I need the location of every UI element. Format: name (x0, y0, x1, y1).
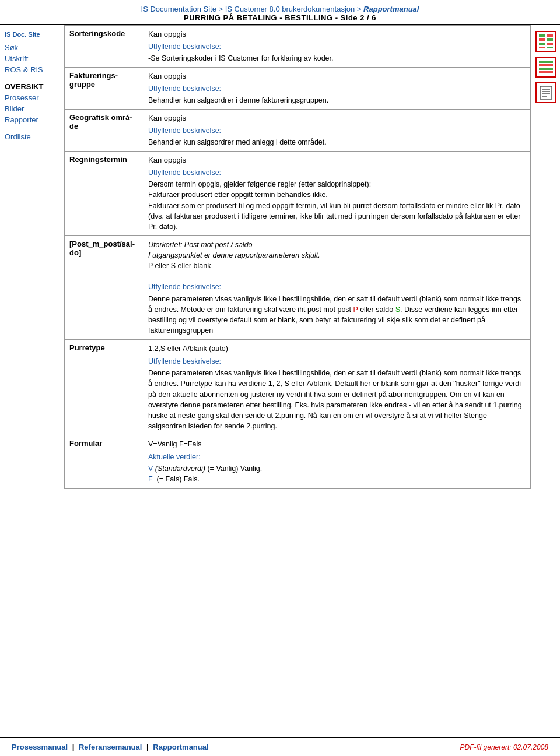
sidebar-item-sok[interactable]: Søk (5, 43, 59, 52)
formular-f: F (= Fals) Fals. (148, 474, 526, 484)
icon-box-2[interactable] (536, 57, 556, 78)
sidebar-item-oversikt[interactable]: OVERSIKT (5, 82, 59, 92)
description-text: Behandler kun salgsordrer i denne faktur… (148, 95, 526, 106)
svg-rect-6 (539, 47, 545, 48)
sidebar: IS Doc. Site Søk Utskrift ROS & RIS OVER… (0, 25, 64, 734)
highlight-s: S (396, 305, 400, 314)
page-header: IS Documentation Site > IS Customer 8.0 … (0, 0, 560, 25)
doc-table: Sorteringskode Kan oppgis Utfyllende bes… (64, 25, 531, 489)
sidebar-item-prosesser[interactable]: Prosesser (5, 93, 59, 103)
footer-separator-2: | (146, 743, 150, 751)
value-post-m-post: Uforkortet: Post mot post / saldo I utga… (144, 235, 531, 339)
f-letter: F (148, 475, 153, 483)
footer-link-rapportmanual[interactable]: Rapportmanual (153, 743, 208, 751)
footer-date: PDF-fil generert: 02.07.2008 (460, 743, 548, 751)
utfyllende-label: Utfyllende beskrivelse: (148, 282, 526, 292)
label-faktureringsgruppe: Fakturerings-gruppe (65, 68, 144, 110)
svg-rect-10 (539, 68, 553, 70)
label-post-m-post: [Post_m_post/sal-do] (65, 235, 144, 339)
table-row: Regningstermin Kan oppgis Utfyllende bes… (65, 152, 531, 236)
svg-rect-1 (547, 34, 553, 37)
sidebar-item-utskrift[interactable]: Utskrift (5, 54, 59, 64)
value-purretype: 1,2,S eller A/blank (auto) Utfyllende be… (144, 340, 531, 435)
label-formular: Formular (65, 435, 144, 489)
label-regningstermin: Regningstermin (65, 152, 144, 236)
description-text: Denne parameteren vises vanligvis ikke i… (148, 294, 526, 336)
svg-rect-9 (539, 64, 553, 66)
utfyllende-label: Utfyllende beskrivelse: (148, 83, 526, 94)
value-geografisk: Kan oppgis Utfyllende beskrivelse: Behan… (144, 110, 531, 152)
svg-rect-12 (540, 86, 552, 99)
value-regningstermin: Kan oppgis Utfyllende beskrivelse: Derso… (144, 152, 531, 236)
kan-oppgis-text: Kan oppgis (148, 71, 526, 82)
svg-rect-5 (547, 43, 553, 45)
description-text: Denne parameteren vises vanligvis ikke i… (148, 368, 526, 431)
skjult-text: I utgangspunktet er denne rapportparamet… (148, 250, 526, 261)
aktuelle-label: Aktuelle verdier: (148, 452, 526, 462)
sidebar-item-bilder[interactable]: Bilder (5, 104, 59, 114)
utfyllende-label: Utfyllende beskrivelse: (148, 167, 526, 178)
v-letter: V (148, 465, 153, 473)
table-row: Fakturerings-gruppe Kan oppgis Utfyllend… (65, 68, 531, 110)
breadcrumb-bold: Rapportmanual (363, 5, 419, 13)
utfyllende-label: Utfyllende beskrivelse: (148, 356, 526, 367)
kan-oppgis-text: Kan oppgis (148, 113, 526, 124)
description-text: -Se Sorteringskoder i IS Customer for fo… (148, 53, 526, 64)
page-subtitle: PURRING PÅ BETALING - BESTILLING - Side … (0, 13, 560, 22)
label-sorteringskode: Sorteringskode (65, 26, 144, 68)
svg-rect-11 (539, 71, 553, 73)
page-footer: Prosessmanual | Referansemanual | Rappor… (0, 737, 560, 756)
footer-link-prosessmanual[interactable]: Prosessmanual (12, 743, 68, 751)
footer-link-referansemanual[interactable]: Referansemanual (79, 743, 142, 751)
svg-rect-4 (539, 43, 545, 45)
label-purretype: Purretype (65, 340, 144, 435)
uforkortet-text: Uforkortet: Post mot post / saldo (148, 240, 526, 250)
table-row: Sorteringskode Kan oppgis Utfyllende bes… (65, 26, 531, 68)
formular-prefix: V=Vanlig F=Fals (148, 439, 526, 449)
grid-icon (538, 33, 554, 50)
right-icons-panel (531, 25, 560, 734)
breadcrumb-text: IS Documentation Site > IS Customer 8.0 … (141, 5, 364, 13)
icon-box-3[interactable] (536, 82, 556, 103)
table-row: Formular V=Vanlig F=Fals Aktuelle verdie… (65, 435, 531, 489)
doc-icon (538, 85, 554, 101)
value-sorteringskode: Kan oppgis Utfyllende beskrivelse: -Se S… (144, 26, 531, 68)
p-eller-s: P eller S eller blank (148, 261, 526, 271)
kan-oppgis-text: Kan oppgis (148, 29, 526, 40)
list-icon (538, 59, 554, 75)
label-geografisk: Geografisk områ-de (65, 110, 144, 152)
sidebar-nav: Søk Utskrift ROS & RIS OVERSIKT Prosesse… (5, 43, 59, 142)
content-area: Sorteringskode Kan oppgis Utfyllende bes… (64, 25, 531, 734)
highlight-p: P (354, 305, 358, 314)
description-text: Dersom termin oppgis, gjelder følgende r… (148, 179, 526, 232)
footer-links: Prosessmanual | Referansemanual | Rappor… (12, 743, 209, 751)
formular-v: V (Standardverdi) (= Vanlig) Vanlig. (148, 463, 526, 474)
footer-separator-1: | (72, 743, 76, 751)
utfyllende-label: Utfyllende beskrivelse: (148, 125, 526, 136)
description-text: Behandler kun salgsordrer med anlegg i d… (148, 137, 526, 147)
value-formular: V=Vanlig F=Fals Aktuelle verdier: V (Sta… (144, 435, 531, 489)
purretype-prefix: 1,2,S eller A/blank (auto) (148, 343, 526, 354)
sidebar-item-ordliste[interactable]: Ordliste (5, 132, 59, 142)
svg-rect-0 (539, 34, 545, 37)
table-row: Purretype 1,2,S eller A/blank (auto) Utf… (65, 340, 531, 435)
svg-rect-8 (539, 61, 553, 63)
svg-rect-7 (547, 47, 553, 48)
value-faktureringsgruppe: Kan oppgis Utfyllende beskrivelse: Behan… (144, 68, 531, 110)
table-row: Geografisk områ-de Kan oppgis Utfyllende… (65, 110, 531, 152)
icon-box-1[interactable] (536, 31, 556, 52)
utfyllende-label: Utfyllende beskrivelse: (148, 41, 526, 52)
kan-oppgis-text: Kan oppgis (148, 155, 526, 166)
svg-rect-2 (539, 38, 545, 41)
sidebar-item-rapporter[interactable]: Rapporter (5, 115, 59, 125)
svg-rect-3 (547, 38, 553, 41)
table-row: [Post_m_post/sal-do] Uforkortet: Post mo… (65, 235, 531, 339)
breadcrumb: IS Documentation Site > IS Customer 8.0 … (0, 5, 560, 13)
sidebar-logo[interactable]: IS Doc. Site (5, 31, 59, 38)
sidebar-item-ros-ris[interactable]: ROS & RIS (5, 65, 59, 75)
